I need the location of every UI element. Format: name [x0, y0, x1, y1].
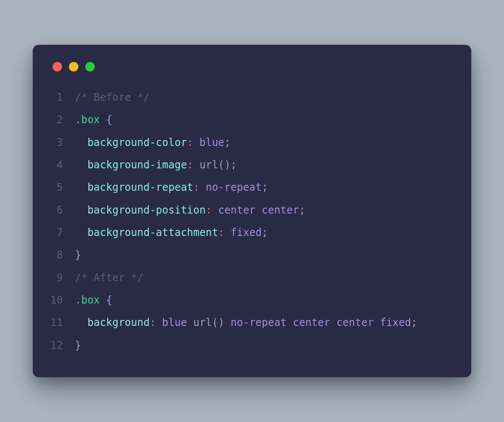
code-token — [75, 204, 87, 216]
code-token: /* Before */ — [75, 91, 149, 103]
line-content[interactable]: background-attachment: fixed; — [75, 221, 451, 244]
line-content[interactable]: background: blue url() no-repeat center … — [75, 311, 451, 334]
code-token: background-color — [87, 137, 187, 149]
line-content[interactable]: } — [75, 334, 451, 357]
code-token: ( — [212, 316, 218, 329]
code-token: : — [218, 227, 224, 239]
code-token: } — [75, 339, 81, 351]
line-content[interactable]: } — [75, 244, 451, 266]
code-token — [75, 316, 87, 329]
code-token: : — [187, 137, 193, 149]
line-content[interactable]: background-color: blue; — [75, 131, 451, 154]
code-line[interactable]: 2.box { — [46, 109, 451, 131]
code-token — [212, 204, 218, 216]
line-content[interactable]: .box { — [75, 109, 451, 131]
line-number: 1 — [46, 86, 75, 109]
code-token: : — [149, 316, 156, 329]
minimize-icon[interactable] — [69, 62, 78, 71]
line-content[interactable]: /* After */ — [75, 267, 451, 289]
line-number: 5 — [46, 176, 75, 199]
line-content[interactable]: background-image: url(); — [75, 154, 451, 176]
code-token: box — [81, 294, 100, 306]
line-number: 6 — [46, 199, 75, 221]
line-number: 11 — [46, 311, 75, 334]
code-token: url — [199, 159, 218, 171]
code-token: fixed — [230, 227, 261, 239]
code-token: /* After */ — [75, 272, 143, 284]
code-token — [187, 316, 193, 329]
code-token: background — [87, 316, 150, 329]
code-token — [156, 316, 162, 329]
code-token: no-repeat center center fixed — [230, 316, 411, 329]
close-icon[interactable] — [53, 62, 62, 71]
code-line[interactable]: 11 background: blue url() no-repeat cent… — [46, 311, 451, 334]
code-line[interactable]: 5 background-repeat: no-repeat; — [46, 176, 451, 199]
code-token: : — [187, 159, 193, 171]
code-line[interactable]: 10.box { — [46, 289, 451, 311]
code-token — [193, 159, 199, 171]
line-number: 3 — [46, 131, 75, 154]
zoom-icon[interactable] — [85, 62, 95, 71]
code-token: no-repeat — [205, 181, 261, 193]
line-number: 9 — [46, 267, 75, 289]
code-token: } — [75, 249, 81, 261]
code-token — [75, 227, 87, 239]
code-line[interactable]: 8} — [46, 244, 451, 266]
code-token: background-repeat — [87, 181, 193, 193]
line-number: 4 — [46, 154, 75, 176]
code-token: : — [193, 181, 199, 193]
code-token — [224, 227, 230, 239]
code-line[interactable]: 7 background-attachment: fixed; — [46, 221, 451, 244]
code-line[interactable]: 12} — [46, 334, 451, 357]
line-number: 8 — [46, 244, 75, 266]
code-token: : — [205, 204, 212, 216]
code-token: center center — [218, 204, 299, 216]
code-editor[interactable]: 1/* Before */2.box {3 background-color: … — [46, 86, 451, 357]
code-token — [193, 137, 199, 149]
code-token: ; — [230, 159, 236, 171]
code-line[interactable]: 6 background-position: center center; — [46, 199, 451, 221]
code-token: url — [193, 316, 212, 329]
line-number: 12 — [46, 334, 75, 357]
code-token: ; — [262, 227, 268, 239]
code-token: { — [106, 114, 112, 126]
code-token: blue — [162, 316, 187, 329]
code-line[interactable]: 1/* Before */ — [46, 86, 451, 109]
code-token: { — [106, 294, 112, 306]
line-content[interactable]: background-repeat: no-repeat; — [75, 176, 451, 199]
code-token — [75, 137, 87, 149]
code-token — [100, 294, 106, 306]
code-token — [199, 181, 205, 193]
code-token: ; — [299, 204, 305, 216]
code-token: background-position — [87, 204, 206, 216]
line-number: 10 — [46, 289, 75, 311]
code-token: box — [81, 114, 100, 126]
line-content[interactable]: background-position: center center; — [75, 199, 451, 221]
line-content[interactable]: .box { — [75, 289, 451, 311]
code-token — [224, 316, 230, 329]
code-token — [75, 181, 87, 193]
line-number: 7 — [46, 221, 75, 244]
code-window: 1/* Before */2.box {3 background-color: … — [33, 45, 471, 377]
code-token: ; — [224, 137, 230, 149]
code-token: ; — [411, 316, 417, 329]
line-number: 2 — [46, 109, 75, 131]
code-token: ) — [218, 316, 224, 329]
code-token: ) — [224, 159, 230, 171]
code-token: ( — [218, 159, 224, 171]
code-line[interactable]: 9/* After */ — [46, 267, 451, 289]
code-token: ; — [262, 181, 268, 193]
code-token: . — [75, 294, 81, 306]
code-token: blue — [199, 137, 224, 149]
code-token: . — [75, 114, 81, 126]
line-content[interactable]: /* Before */ — [75, 86, 451, 109]
code-token — [75, 159, 87, 171]
code-token — [100, 114, 106, 126]
code-token: background-image — [87, 159, 187, 171]
window-traffic-lights — [46, 62, 451, 71]
code-line[interactable]: 4 background-image: url(); — [46, 154, 451, 176]
code-line[interactable]: 3 background-color: blue; — [46, 131, 451, 154]
code-token: background-attachment — [87, 227, 218, 239]
